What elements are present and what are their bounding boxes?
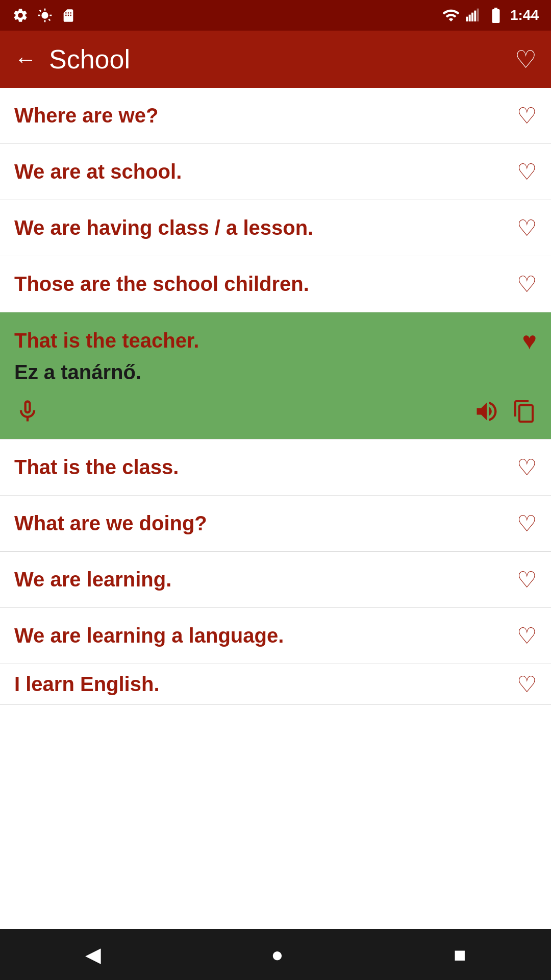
expanded-top-row: That is the teacher. ♥ — [0, 312, 551, 361]
list-item[interactable]: We are having class / a lesson. ♡ — [0, 200, 551, 256]
svg-line-4 — [49, 19, 51, 21]
svg-rect-8 — [469, 15, 471, 21]
favorite-button[interactable]: ♡ — [517, 271, 537, 297]
nav-back-button[interactable]: ◀ — [69, 935, 117, 974]
svg-point-0 — [41, 12, 48, 18]
phrase-translation: Ez a tanárnő. — [0, 361, 551, 392]
nav-home-button[interactable]: ● — [255, 935, 299, 974]
favorite-button[interactable]: ♡ — [517, 623, 537, 649]
brightness-icon — [37, 7, 53, 23]
favorite-button[interactable]: ♡ — [517, 510, 537, 536]
favorite-button[interactable]: ♡ — [517, 454, 537, 480]
time: 1:44 — [510, 7, 539, 23]
phrase-text: What are we doing? — [14, 512, 517, 535]
favorite-button[interactable]: ♡ — [517, 215, 537, 241]
sound-button[interactable] — [473, 398, 500, 425]
list-item[interactable]: Those are the school children. ♡ — [0, 256, 551, 312]
phrase-text: I learn English. — [14, 673, 517, 696]
phrase-list: Where are we? ♡ We are at school. ♡ We a… — [0, 88, 551, 929]
list-item[interactable]: That is the class. ♡ — [0, 439, 551, 496]
svg-line-3 — [40, 10, 41, 12]
phrase-actions — [0, 392, 551, 439]
list-item[interactable]: We are at school. ♡ — [0, 144, 551, 200]
app-bar: ← School ♡ — [0, 31, 551, 88]
phrase-text: Where are we? — [14, 104, 517, 127]
sd-card-icon — [61, 6, 76, 24]
status-bar: 1:44 — [0, 0, 551, 31]
wifi-icon — [442, 6, 460, 24]
list-item-expanded[interactable]: That is the teacher. ♥ Ez a tanárnő. — [0, 312, 551, 439]
nav-bar: ◀ ● ■ — [0, 929, 551, 980]
page-title: School — [49, 44, 515, 75]
favorite-button[interactable]: ♡ — [517, 671, 537, 697]
favorite-button[interactable]: ♡ — [517, 567, 537, 593]
nav-recents-button[interactable]: ■ — [437, 935, 482, 974]
svg-rect-11 — [477, 9, 479, 21]
phrase-text: We are learning a language. — [14, 624, 517, 647]
signal-icon — [465, 7, 482, 23]
battery-icon — [487, 6, 505, 24]
phrase-text: That is the class. — [14, 456, 517, 479]
list-item[interactable]: Where are we? ♡ — [0, 88, 551, 144]
favorite-button[interactable]: ♡ — [517, 103, 537, 129]
list-item[interactable]: We are learning a language. ♡ — [0, 608, 551, 664]
copy-button[interactable] — [512, 399, 537, 424]
svg-rect-10 — [474, 11, 476, 21]
status-icons-left — [12, 6, 76, 24]
list-item[interactable]: What are we doing? ♡ — [0, 496, 551, 552]
list-item[interactable]: We are learning. ♡ — [0, 552, 551, 608]
phrase-text: We are having class / a lesson. — [14, 216, 517, 239]
status-icons-right: 1:44 — [442, 6, 539, 24]
svg-rect-7 — [466, 17, 468, 21]
list-item[interactable]: I learn English. ♡ — [0, 664, 551, 705]
phrase-text: We are learning. — [14, 568, 517, 591]
settings-icon — [12, 7, 29, 23]
phrase-text: Those are the school children. — [14, 273, 517, 296]
svg-rect-9 — [471, 13, 473, 21]
microphone-button[interactable] — [14, 398, 41, 425]
phrase-text: That is the teacher. — [14, 329, 522, 352]
back-button[interactable]: ← — [14, 48, 37, 70]
phrase-text: We are at school. — [14, 160, 517, 183]
favorite-button[interactable]: ♡ — [517, 159, 537, 185]
favorite-button[interactable]: ♥ — [522, 327, 537, 355]
favorite-all-button[interactable]: ♡ — [515, 45, 537, 74]
